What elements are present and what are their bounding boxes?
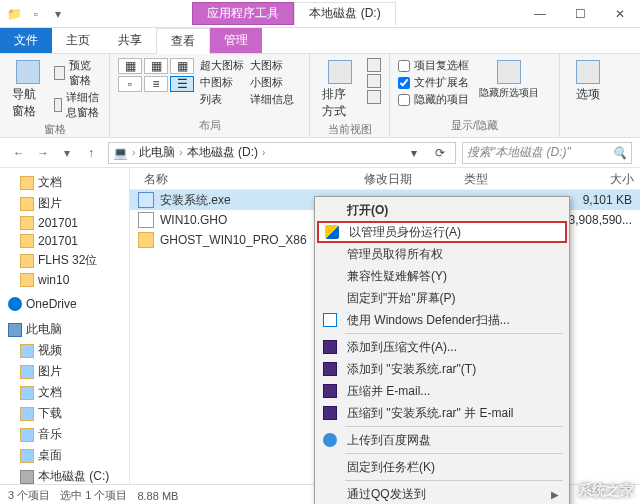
tab-share[interactable]: 共享	[104, 28, 156, 53]
nav-pane-label: 导航窗格	[12, 86, 44, 120]
group-panes-label: 窗格	[8, 122, 101, 137]
menu-email-rar[interactable]: 压缩到 "安装系统.rar" 并 E-mail	[317, 402, 567, 424]
breadcrumb-thispc[interactable]: 此电脑	[139, 144, 175, 161]
tree-item[interactable]: 音乐	[0, 424, 129, 445]
column-type[interactable]: 类型	[458, 168, 528, 189]
rar-icon	[323, 340, 337, 354]
checkbox-file-ext[interactable]: 文件扩展名	[398, 75, 469, 90]
close-button[interactable]: ✕	[600, 0, 640, 28]
menu-run-as-admin[interactable]: 以管理员身份运行(A)	[317, 221, 567, 243]
defender-icon	[323, 313, 337, 327]
sort-button[interactable]: 排序方式	[318, 58, 361, 122]
pc-icon: 💻	[113, 146, 128, 160]
group-view-label: 当前视图	[318, 122, 381, 137]
group-layout-label: 布局	[118, 118, 301, 133]
props-icon[interactable]: ▫	[26, 4, 46, 24]
layout-small[interactable]: ▫	[118, 76, 142, 92]
column-modified[interactable]: 修改日期	[358, 168, 458, 189]
checkbox-hidden[interactable]: 隐藏的项目	[398, 92, 469, 107]
tree-item[interactable]: 文档	[0, 172, 129, 193]
exe-icon	[138, 192, 154, 208]
history-dropdown[interactable]: ▾	[56, 142, 78, 164]
column-name[interactable]: 名称	[138, 168, 358, 189]
back-button[interactable]: ←	[8, 142, 30, 164]
window-title: 本地磁盘 (D:)	[294, 2, 395, 25]
folder-icon	[138, 232, 154, 248]
tab-file[interactable]: 文件	[0, 28, 52, 53]
navigation-tree[interactable]: 文档 图片 201701 201701 FLHS 32位 win10 OneDr…	[0, 168, 130, 484]
context-menu: 打开(O) 以管理员身份运行(A) 管理员取得所有权 兼容性疑难解答(Y) 固定…	[314, 196, 570, 504]
menu-pin-start[interactable]: 固定到"开始"屏幕(P)	[317, 287, 567, 309]
column-size[interactable]: 大小	[528, 168, 640, 189]
submenu-arrow-icon: ▶	[551, 489, 559, 500]
menu-baidu[interactable]: 上传到百度网盘	[317, 429, 567, 451]
search-placeholder: 搜索"本地磁盘 (D:)"	[467, 144, 571, 161]
tree-item[interactable]: win10	[0, 271, 129, 289]
tree-item[interactable]: 201701	[0, 232, 129, 250]
rar-icon	[323, 406, 337, 420]
contextual-tab[interactable]: 应用程序工具	[192, 2, 294, 25]
forward-button[interactable]: →	[32, 142, 54, 164]
refresh-icon[interactable]: ⟳	[429, 146, 451, 160]
minimize-button[interactable]: —	[520, 0, 560, 28]
menu-defender[interactable]: 使用 Windows Defender扫描...	[317, 309, 567, 331]
file-icon	[138, 212, 154, 228]
qat-dropdown-icon[interactable]: ▾	[48, 4, 68, 24]
search-input[interactable]: 搜索"本地磁盘 (D:)" 🔍	[462, 142, 632, 164]
tree-item[interactable]: 下载	[0, 403, 129, 424]
layout-large[interactable]: ▦	[144, 58, 168, 74]
tree-item[interactable]: 视频	[0, 340, 129, 361]
status-size: 8.88 MB	[137, 490, 178, 502]
menu-admin-ownership[interactable]: 管理员取得所有权	[317, 243, 567, 265]
tree-thispc[interactable]: 此电脑	[0, 319, 129, 340]
layout-list[interactable]: ≡	[144, 76, 168, 92]
tree-item[interactable]: 图片	[0, 193, 129, 214]
navigation-pane-button[interactable]: 导航窗格	[8, 58, 48, 122]
menu-add-archive[interactable]: 添加到压缩文件(A)...	[317, 336, 567, 358]
breadcrumb-drive[interactable]: 本地磁盘 (D:)	[187, 144, 258, 161]
up-button[interactable]: ↑	[80, 142, 102, 164]
tab-home[interactable]: 主页	[52, 28, 104, 53]
search-icon: 🔍	[612, 146, 627, 160]
tree-item[interactable]: 本地磁盘 (C:)	[0, 466, 129, 484]
tree-item[interactable]: 文档	[0, 382, 129, 403]
group-show-label: 显示/隐藏	[398, 118, 551, 133]
tree-onedrive[interactable]: OneDrive	[0, 295, 129, 313]
sort-label: 排序方式	[322, 86, 357, 120]
maximize-button[interactable]: ☐	[560, 0, 600, 28]
menu-troubleshoot[interactable]: 兼容性疑难解答(Y)	[317, 265, 567, 287]
tree-item[interactable]: 201701	[0, 214, 129, 232]
options-button[interactable]: 选项	[568, 58, 608, 105]
tree-item[interactable]: 桌面	[0, 445, 129, 466]
status-selected: 选中 1 个项目	[60, 488, 127, 503]
address-dropdown-icon[interactable]: ▾	[403, 146, 425, 160]
layout-extra-large[interactable]: ▦	[118, 58, 142, 74]
layout-details[interactable]: ☰	[170, 76, 194, 92]
tab-view[interactable]: 查看	[156, 28, 210, 54]
layout-medium[interactable]: ▦	[170, 58, 194, 74]
status-count: 3 个项目	[8, 488, 50, 503]
menu-open[interactable]: 打开(O)	[317, 199, 567, 221]
rar-icon	[323, 384, 337, 398]
menu-qq-send[interactable]: 通过QQ发送到▶	[317, 483, 567, 504]
rar-icon	[323, 362, 337, 376]
cloud-icon	[323, 433, 337, 447]
tree-item[interactable]: FLHS 32位	[0, 250, 129, 271]
breadcrumb[interactable]: 💻 › 此电脑 › 本地磁盘 (D:) › ▾ ⟳	[108, 142, 456, 164]
menu-pin-taskbar[interactable]: 固定到任务栏(K)	[317, 456, 567, 478]
preview-pane-button[interactable]: 预览窗格	[54, 58, 101, 88]
menu-add-rar[interactable]: 添加到 "安装系统.rar"(T)	[317, 358, 567, 380]
checkbox-item-boxes[interactable]: 项目复选框	[398, 58, 469, 73]
folder-icon: 📁	[4, 4, 24, 24]
menu-email[interactable]: 压缩并 E-mail...	[317, 380, 567, 402]
tree-item[interactable]: 图片	[0, 361, 129, 382]
hide-selected-button[interactable]: 隐藏所选项目	[475, 58, 543, 102]
tab-manage[interactable]: 管理	[210, 28, 262, 53]
detail-pane-button[interactable]: 详细信息窗格	[54, 90, 101, 120]
shield-icon	[325, 225, 339, 239]
